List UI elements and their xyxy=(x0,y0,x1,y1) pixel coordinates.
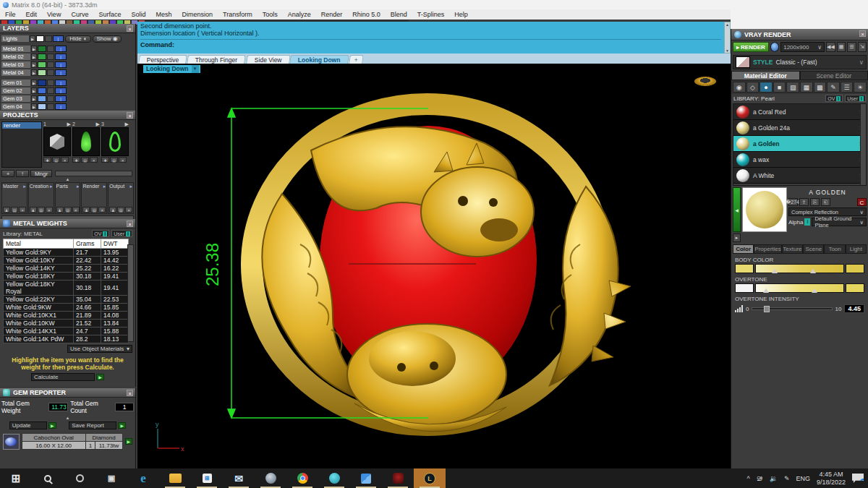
layer-visibility-toggle[interactable]: | xyxy=(55,69,67,76)
thumbnail-menu-icon[interactable]: ▶ xyxy=(125,121,129,127)
layer-row-gem-01[interactable]: Gem 01▶| xyxy=(1,79,68,86)
stage-delete-icon[interactable]: ✕ xyxy=(46,207,53,213)
layers-close-icon[interactable]: × xyxy=(127,25,133,32)
layer-color-swatch[interactable] xyxy=(38,69,46,76)
chrome-icon[interactable] xyxy=(286,468,318,488)
tab-properties[interactable]: Properties xyxy=(754,244,781,254)
layer-row-gem-04[interactable]: Gem 04▶| xyxy=(1,103,68,110)
user-toggle[interactable]: UserI xyxy=(111,230,132,237)
teal-app-icon[interactable] xyxy=(318,468,350,488)
table-row[interactable]: Yellow Gold:9KY21.713.95 xyxy=(4,249,129,257)
layer-visibility-toggle[interactable]: | xyxy=(55,61,67,68)
project-add-button[interactable]: + xyxy=(1,170,14,177)
layer-visibility-toggle[interactable]: | xyxy=(55,87,67,94)
material-copy-icon[interactable]: ⎘ xyxy=(810,198,820,206)
cortana-icon[interactable] xyxy=(64,468,95,488)
metal-weights-close-icon[interactable]: × xyxy=(127,221,133,227)
menu-item-t-splines[interactable]: T-Splines xyxy=(412,11,450,18)
thumbnail-add-icon[interactable]: ✚ xyxy=(43,157,51,163)
project-scrollbar[interactable] xyxy=(55,171,132,176)
layer-expand-icon[interactable]: ▶ xyxy=(31,61,37,68)
active-app-icon[interactable]: L xyxy=(414,468,446,488)
thumbnail-save-icon[interactable]: ▤ xyxy=(52,157,60,163)
menu-item-blend[interactable]: Blend xyxy=(386,11,412,18)
gem-reporter-close-icon[interactable]: × xyxy=(127,390,133,396)
overtone-slider[interactable] xyxy=(735,283,864,293)
column-header-grams[interactable]: Grams xyxy=(74,239,101,249)
file-explorer-icon[interactable] xyxy=(159,468,191,488)
stage-save-icon[interactable]: ▤ xyxy=(38,207,45,213)
stage-parts[interactable]: Parts ▸♟▤✕ xyxy=(55,182,81,214)
stage-expand-icon[interactable]: ▸ xyxy=(77,184,80,189)
stage-delete-icon[interactable]: ✕ xyxy=(125,207,132,213)
menu-item-rhino-5-0[interactable]: Rhino 5.0 xyxy=(347,11,386,18)
material-list-scrollbar[interactable] xyxy=(860,104,866,185)
render-button[interactable]: ▸RENDER xyxy=(733,42,769,52)
tray-chevron-icon[interactable]: ^ xyxy=(746,475,749,482)
stage-save-icon[interactable]: ▤ xyxy=(90,207,98,213)
layer-lock-icon[interactable] xyxy=(45,35,52,42)
project-thumbnail-2[interactable]: 2▶✚▤✕ xyxy=(72,121,100,168)
menu-item-curve[interactable]: Curve xyxy=(66,11,93,18)
ground-plane-dropdown[interactable]: Default Ground Plane∨ xyxy=(812,218,867,226)
table-row[interactable]: Yellow Gold:18KY Royal30.1819.41 xyxy=(4,281,129,296)
layer-row-gem-02[interactable]: Gem 02▶| xyxy=(1,87,68,94)
pattern-material-icon[interactable]: ▦ xyxy=(800,82,813,93)
menu-item-render[interactable]: Render xyxy=(316,11,348,18)
task-view-icon[interactable]: ▣ xyxy=(95,468,127,488)
layer-row-gem-03[interactable]: Gem 03▶| xyxy=(1,95,68,102)
stage-expand-icon[interactable]: ▸ xyxy=(23,184,26,189)
stage-delete-icon[interactable]: ✕ xyxy=(72,207,80,213)
menu-item-help[interactable]: Help xyxy=(449,11,473,18)
tab-texture[interactable]: Texture xyxy=(782,244,803,254)
search-icon[interactable] xyxy=(32,468,64,488)
hide-button[interactable]: Hide ◖ xyxy=(65,35,91,43)
menu-item-solid[interactable]: Solid xyxy=(126,11,150,18)
material-item[interactable]: A White× xyxy=(733,168,866,184)
menu-item-view[interactable]: View xyxy=(42,11,66,18)
material-ov-toggle[interactable]: OVI xyxy=(825,95,843,102)
material-user-toggle[interactable]: UserI xyxy=(845,95,866,102)
mail-icon[interactable]: ✉ xyxy=(223,468,255,488)
stage-creation[interactable]: Creation ▸♟▤✕ xyxy=(28,182,54,214)
table-row[interactable]: Yellow Gold:18KY30.1819.41 xyxy=(4,273,129,281)
render-style-dropdown[interactable]: STYLE Classic - (Fast) ∨ xyxy=(733,55,867,69)
alpha-toggle[interactable]: I xyxy=(804,218,810,226)
tab-light[interactable]: Light xyxy=(846,244,867,254)
update-button[interactable]: Update xyxy=(9,421,47,429)
layer-color-swatch[interactable] xyxy=(38,53,46,60)
menu-item-dimension[interactable]: Dimension xyxy=(176,11,218,18)
render-settings-icon[interactable]: ▦ xyxy=(837,42,846,52)
slider-handle[interactable] xyxy=(812,288,817,293)
layer-expand-icon[interactable]: ▶ xyxy=(31,87,37,94)
calculate-button[interactable]: Calculate xyxy=(31,373,95,381)
stage-save-icon[interactable]: ▤ xyxy=(11,207,18,213)
light-icon[interactable]: ☀ xyxy=(854,82,867,93)
add-viewport-tab[interactable]: + xyxy=(349,55,364,64)
viewport[interactable]: 25.38 y x Looking Down▼ xyxy=(137,64,731,468)
layer-color-swatch[interactable] xyxy=(38,61,46,68)
command-scrollbar[interactable]: ▲▼ xyxy=(724,22,731,53)
overtone-left-swatch[interactable] xyxy=(735,283,754,293)
thumbnail-save-icon[interactable]: ▤ xyxy=(110,157,118,163)
material-item[interactable]: a Coral Red× xyxy=(733,104,866,120)
gem-table[interactable]: Cabochon Oval Diamond 16.00 X 12.00 1 11… xyxy=(22,433,123,450)
save-report-go-icon[interactable]: ▶ xyxy=(118,422,126,429)
metal-table-scrollbar[interactable] xyxy=(127,244,134,342)
thumbnail-add-icon[interactable]: ✚ xyxy=(101,157,109,163)
save-report-button[interactable]: Save Report xyxy=(69,421,116,429)
overtone-right-swatch[interactable] xyxy=(846,283,864,293)
metal-icon[interactable]: ◉ xyxy=(733,82,746,93)
slider-handle[interactable] xyxy=(810,269,816,273)
table-row[interactable]: White Gold:10KW21.5213.84 xyxy=(4,320,129,328)
game-app-icon[interactable] xyxy=(255,468,286,488)
render-export-icon[interactable]: ⇲ xyxy=(858,42,867,52)
stage-expand-icon[interactable]: ▸ xyxy=(50,184,53,189)
project-manager-button[interactable]: Mngr xyxy=(30,170,52,177)
tab-material-editor[interactable]: Material Editor xyxy=(731,71,800,80)
layer-row-metal-04[interactable]: Metal 04▶| xyxy=(1,69,68,76)
layer-color-swatch[interactable] xyxy=(38,46,46,52)
project-thumbnail-1[interactable]: 1▶✚▤✕ xyxy=(43,121,71,168)
render-log-icon[interactable]: ☰ xyxy=(847,42,856,52)
slider-handle[interactable] xyxy=(763,288,769,293)
